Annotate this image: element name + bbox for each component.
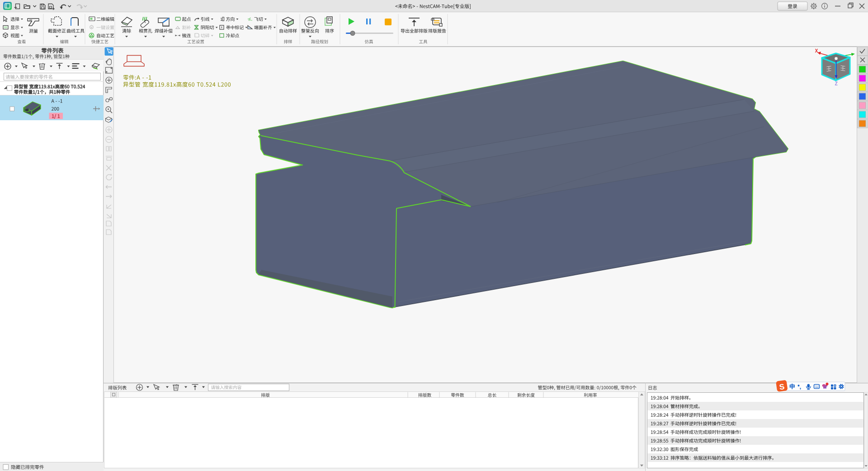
svg-text:,: , xyxy=(800,383,802,390)
